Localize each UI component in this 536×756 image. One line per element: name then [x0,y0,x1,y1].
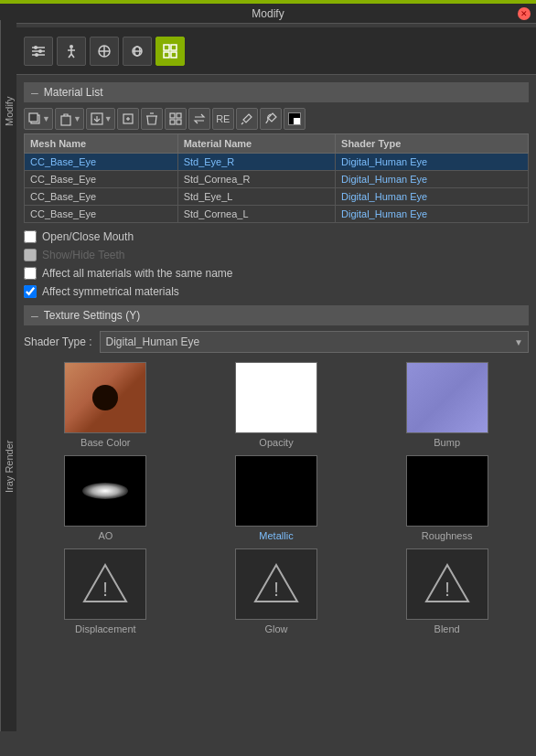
mesh-name-cell: CC_Base_Eye [25,188,178,206]
affect-symmetrical-checkbox[interactable] [24,285,37,298]
shader-type-select[interactable]: Digital_Human Eye PBR_Skin PBR_Hair [100,331,530,353]
checkbox-section: Open/Close Mouth Show/Hide Teeth Affect … [24,230,529,298]
texture-bump: Bump [365,362,529,448]
base-color-thumb[interactable] [64,362,146,433]
figure-toolbar-btn[interactable] [57,37,86,66]
mesh-name-cell: CC_Base_Eye [25,171,178,188]
svg-line-10 [71,54,74,58]
texture-ao: AO [24,455,188,541]
mesh-name-cell: CC_Base_Eye [25,154,178,171]
material-table: Mesh Name Material Name Shader Type CC_B… [24,133,529,223]
copy-btn[interactable]: ▼ [24,108,53,130]
affect-symmetrical-label[interactable]: Affect symmetrical materials [42,285,179,298]
shader-type-label: Shader Type : [24,335,92,348]
close-button[interactable]: ✕ [518,7,531,20]
material-list-toolbar: ▼ ▼ ▼ [24,108,529,130]
paint-btn[interactable] [260,108,282,130]
open-close-mouth-label[interactable]: Open/Close Mouth [42,230,134,243]
window-title: Modify [252,7,284,20]
blend-label: Blend [434,623,460,634]
show-hide-teeth-checkbox [24,249,37,261]
svg-rect-32 [177,113,181,118]
mesh-name-cell: CC_Base_Eye [25,206,178,223]
roughness-label: Roughness [422,530,473,541]
green-top-bar [0,0,536,4]
metallic-label: Metallic [259,530,293,541]
affect-symmetrical-row: Affect symmetrical materials [24,285,529,298]
iray-render-side-label: Iray Render [0,201,16,731]
svg-rect-33 [170,120,175,124]
refresh-btn[interactable]: RE [212,108,234,130]
material-table-row[interactable]: CC_Base_Eye Std_Cornea_L Digital_Human E… [25,206,529,223]
texture-grid: Base Color Opacity Bump AO [24,362,529,634]
ao-label: AO [98,530,113,541]
shader-type-cell: Digital_Human Eye [336,206,529,223]
ao-thumb[interactable] [64,455,146,527]
export-btn[interactable]: ▼ [86,108,115,130]
mesh-name-header: Mesh Name [25,134,178,154]
glow-label: Glow [264,623,287,634]
material-name-cell: Std_Cornea_L [177,206,335,223]
material-table-row[interactable]: CC_Base_Eye Std_Eye_R Digital_Human Eye [25,154,529,171]
texture-displacement: ! Displacement [24,548,188,634]
shader-type-cell: Digital_Human Eye [336,171,529,188]
modify-side-label: Modify [0,20,16,203]
affect-all-materials-checkbox[interactable] [24,267,37,280]
bump-label: Bump [434,437,460,448]
shader-type-select-wrapper: Digital_Human Eye PBR_Skin PBR_Hair [100,331,530,353]
texture-opacity: Opacity [195,362,359,448]
show-hide-teeth-label: Show/Hide Teeth [42,249,125,261]
displacement-thumb[interactable]: ! [64,548,146,620]
bump-thumb[interactable] [406,362,488,433]
material-name-header: Material Name [177,134,335,154]
eyedropper-btn[interactable] [236,108,258,130]
svg-rect-23 [61,116,70,125]
grid-toolbar-btn[interactable] [155,37,185,66]
metallic-thumb[interactable] [235,455,317,527]
svg-line-35 [241,122,243,124]
shader-type-header: Shader Type [336,134,529,154]
main-content: – Material List ▼ ▼ [16,75,536,756]
affect-all-materials-label[interactable]: Affect all materials with the same name [42,267,233,280]
paste-btn[interactable]: ▼ [55,108,84,130]
displacement-label: Displacement [75,623,136,634]
main-toolbar [16,27,536,75]
blend-warning-icon: ! [423,559,472,609]
show-hide-teeth-row: Show/Hide Teeth [24,249,529,261]
texture-base-color: Base Color [24,362,188,448]
texture-settings-header: – Texture Settings (Y) [24,305,529,325]
material-table-row[interactable]: CC_Base_Eye Std_Eye_L Digital_Human Eye [25,188,529,206]
shader-type-row: Shader Type : Digital_Human Eye PBR_Skin… [24,331,529,353]
color-swatch-btn[interactable] [284,108,306,130]
svg-rect-34 [177,120,181,124]
blend-thumb[interactable]: ! [406,548,488,620]
svg-rect-19 [164,52,169,58]
svg-text:!: ! [273,578,279,601]
sliders-toolbar-btn[interactable] [24,37,53,66]
texture-blend: ! Blend [365,548,529,634]
texture-glow: ! Glow [195,548,359,634]
material-table-row[interactable]: CC_Base_Eye Std_Cornea_R Digital_Human E… [25,171,529,188]
base-color-label: Base Color [80,437,130,448]
scene-toolbar-btn[interactable] [123,37,152,66]
svg-text:!: ! [445,578,450,601]
pose-toolbar-btn[interactable] [90,37,119,66]
svg-point-5 [35,53,38,57]
opacity-thumb[interactable] [235,362,317,433]
grid-view-btn[interactable] [165,108,187,130]
material-name-cell: Std_Eye_L [177,188,335,206]
svg-rect-20 [171,52,177,58]
texture-roughness: Roughness [365,455,529,541]
svg-text:!: ! [102,578,108,601]
swap-btn[interactable] [188,108,210,130]
open-close-mouth-checkbox[interactable] [24,230,37,243]
glow-thumb[interactable]: ! [235,548,317,620]
roughness-thumb[interactable] [406,455,488,527]
copy-single-btn[interactable] [117,108,139,130]
affect-all-materials-row: Affect all materials with the same name [24,267,529,280]
displacement-warning-icon: ! [80,559,130,609]
material-name-cell: Std_Cornea_R [177,171,335,188]
delete-btn[interactable] [141,108,163,130]
opacity-label: Opacity [259,437,293,448]
pupil-shape [92,385,118,410]
